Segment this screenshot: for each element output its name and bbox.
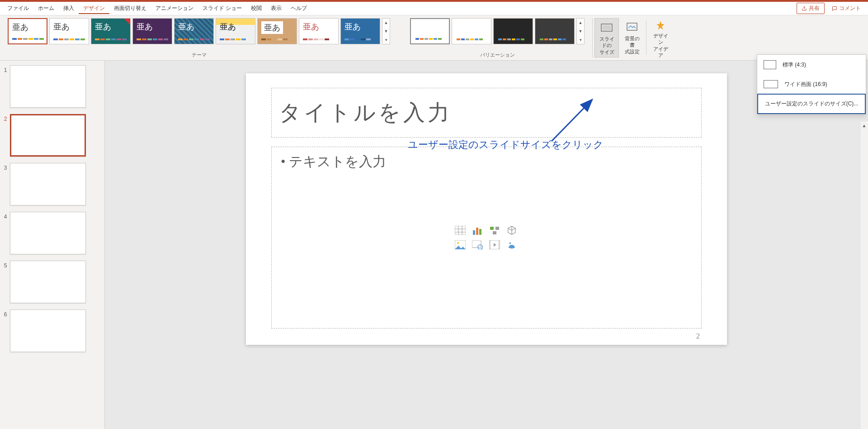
theme-thumb-5[interactable]: 亜あ亜あ — [216, 18, 255, 44]
slide-page-number: 2 — [696, 332, 700, 340]
svg-point-22 — [509, 243, 511, 244]
insert-picture-icon[interactable] — [454, 239, 467, 250]
insert-table-icon[interactable] — [454, 225, 467, 236]
theme-thumb-6[interactable]: 亜あ — [257, 18, 297, 44]
slide-thumb-1[interactable] — [10, 65, 86, 108]
share-icon — [802, 6, 807, 11]
design-ideas-button[interactable]: デザイン アイデア — [648, 18, 673, 57]
content-area: 123456 タイトルを入力 • テキストを入力 2 — [0, 61, 868, 429]
ribbon-group-variations: ▲▼▾ バリエーション — [402, 15, 592, 60]
wide-ratio-icon — [764, 80, 778, 88]
theme-thumb-8[interactable]: 亜あ — [340, 18, 380, 44]
menu-file[interactable]: ファイル — [3, 3, 33, 14]
svg-point-15 — [457, 242, 459, 244]
slide-thumb-row-1: 1 — [1, 65, 102, 108]
slide-thumb-row-2: 2 — [1, 114, 102, 157]
menu-animations[interactable]: アニメーション — [151, 3, 198, 14]
insert-smartart-icon[interactable] — [488, 225, 501, 236]
slide-number-5: 5 — [1, 261, 10, 269]
menu-insert[interactable]: 挿入 — [59, 3, 79, 14]
menu-transitions[interactable]: 画面切り替え — [109, 3, 151, 14]
wide-label: ワイド画面 (16:9) — [784, 81, 827, 88]
menu-help[interactable]: ヘルプ — [286, 3, 311, 14]
variation-thumb-1[interactable] — [452, 18, 491, 44]
menu-home[interactable]: ホーム — [33, 3, 59, 14]
share-label: 共有 — [809, 5, 820, 12]
slide-thumb-2[interactable] — [10, 114, 86, 157]
variation-thumb-0[interactable] — [410, 18, 450, 44]
scroll-up-icon[interactable]: ▲ — [860, 121, 868, 129]
slide-size-wide[interactable]: ワイド画面 (16:9) — [757, 75, 866, 94]
svg-rect-12 — [495, 227, 499, 230]
theme-gallery-more[interactable]: ▲▼▾ — [382, 18, 390, 44]
theme-thumb-3[interactable]: 亜あ — [132, 18, 172, 44]
slide-size-custom[interactable]: ユーザー設定のスライドのサイズ(C)... — [757, 94, 866, 114]
theme-thumb-7[interactable]: 亜あ — [299, 18, 339, 44]
design-ideas-icon — [653, 20, 668, 32]
slide-canvas[interactable]: タイトルを入力 • テキストを入力 2 — [246, 73, 727, 345]
theme-thumb-0[interactable]: 亜あ — [8, 18, 47, 44]
design-ideas-label: デザイン アイデア — [651, 33, 670, 58]
slide-size-button[interactable]: スライドの サイズ — [594, 18, 619, 57]
svg-rect-21 — [498, 240, 500, 249]
ribbon: 亜あ亜あ亜あ亜あ亜あ亜あ亜あ亜あ亜あ亜あ▲▼▾ テーマ ▲▼▾ バリエーション … — [0, 15, 868, 61]
insert-online-picture-icon[interactable] — [471, 239, 484, 250]
slide-thumb-row-6: 6 — [1, 310, 102, 352]
background-format-icon — [625, 20, 639, 34]
variations-label: バリエーション — [480, 52, 515, 59]
annotation-arrow — [547, 91, 601, 146]
slide-size-dropdown: 標準 (4:3) ワイド画面 (16:9) ユーザー設定のスライドのサイズ(C)… — [757, 54, 866, 114]
slide-thumb-4[interactable] — [10, 212, 86, 254]
insert-3d-icon[interactable] — [505, 225, 518, 236]
vertical-scrollbar[interactable]: ▲ ▼ — [860, 121, 868, 429]
content-placeholder-icons — [454, 225, 519, 250]
slide-thumb-3[interactable] — [10, 163, 86, 205]
menu-slideshow[interactable]: スライド ショー — [198, 3, 246, 14]
slide-size-standard[interactable]: 標準 (4:3) — [757, 55, 866, 75]
slide-panel[interactable]: 123456 — [0, 61, 105, 429]
svg-rect-20 — [489, 240, 491, 249]
standard-label: 標準 (4:3) — [783, 61, 806, 69]
ribbon-group-themes: 亜あ亜あ亜あ亜あ亜あ亜あ亜あ亜あ亜あ亜あ▲▼▾ テーマ — [0, 15, 398, 60]
title-placeholder[interactable]: タイトルを入力 — [271, 88, 702, 138]
editor-area[interactable]: タイトルを入力 • テキストを入力 2 — [105, 61, 868, 429]
custom-label: ユーザー設定のスライドのサイズ(C)... — [765, 100, 859, 108]
svg-rect-10 — [479, 229, 481, 235]
svg-rect-16 — [472, 240, 481, 248]
body-placeholder-text: • テキストを入力 — [281, 153, 692, 171]
menu-review[interactable]: 校閲 — [246, 3, 266, 14]
insert-video-icon[interactable] — [488, 239, 501, 250]
variation-gallery-more[interactable]: ▲▼▾ — [576, 18, 585, 44]
variation-thumb-3[interactable] — [535, 18, 575, 44]
svg-rect-3 — [455, 226, 466, 235]
insert-icon-icon[interactable] — [505, 239, 518, 250]
svg-rect-9 — [476, 228, 478, 235]
svg-rect-1 — [603, 25, 611, 30]
slide-thumb-row-4: 4 — [1, 212, 102, 254]
standard-ratio-icon — [764, 60, 776, 69]
slide-size-icon — [599, 20, 614, 35]
theme-thumb-4[interactable]: 亜あ — [174, 18, 214, 44]
share-button[interactable]: 共有 — [797, 3, 825, 14]
slide-thumb-6[interactable] — [10, 310, 86, 352]
svg-line-24 — [552, 100, 592, 141]
insert-chart-icon[interactable] — [471, 225, 484, 236]
themes-label: テーマ — [192, 52, 207, 59]
svg-rect-11 — [490, 227, 494, 230]
theme-thumb-2[interactable]: 亜あ — [91, 18, 131, 44]
ribbon-group-customize: スライドの サイズ 背景の書 式設定 デザイン アイデア — [593, 15, 675, 60]
background-format-label: 背景の書 式設定 — [623, 35, 642, 55]
body-placeholder[interactable]: • テキストを入力 — [271, 147, 702, 329]
theme-thumb-1[interactable]: 亜あ — [49, 18, 89, 44]
svg-rect-13 — [493, 231, 496, 234]
slide-number-6: 6 — [1, 310, 10, 318]
variation-gallery: ▲▼▾ — [410, 18, 585, 44]
variation-thumb-2[interactable] — [493, 18, 533, 44]
background-format-button[interactable]: 背景の書 式設定 — [620, 18, 644, 57]
slide-thumb-5[interactable] — [10, 261, 86, 303]
comment-button[interactable]: コメント — [827, 3, 865, 14]
menu-view[interactable]: 表示 — [266, 3, 286, 14]
menu-design[interactable]: デザイン — [79, 3, 109, 14]
slide-thumb-row-3: 3 — [1, 163, 102, 205]
svg-rect-8 — [473, 230, 475, 235]
